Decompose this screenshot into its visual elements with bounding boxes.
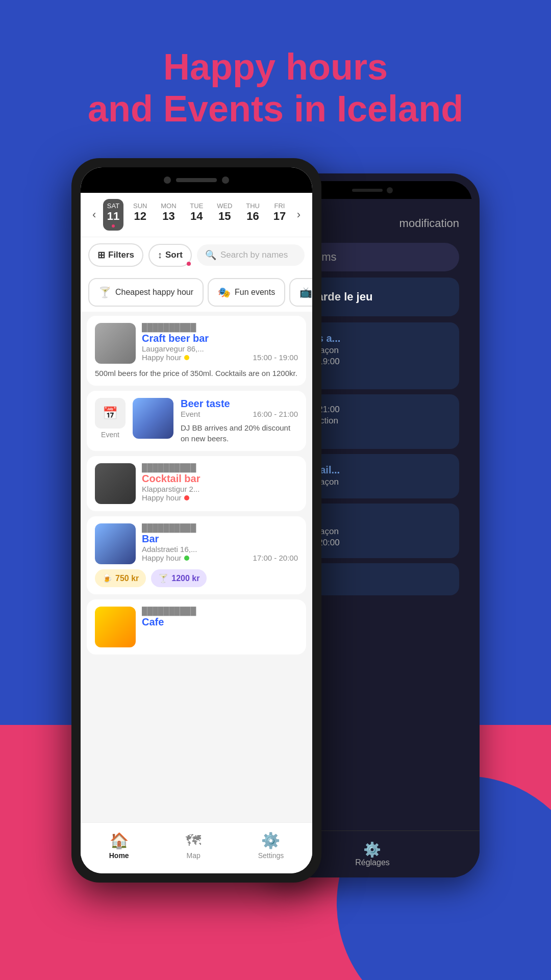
filters-label: Filters	[108, 250, 134, 260]
listing-time: 17:00 - 20:00	[253, 554, 298, 562]
nav-label-home: Home	[109, 851, 129, 860]
listing-inner: ██████████ Bar Adalstraeti 16,... Happy …	[87, 516, 306, 594]
listing-thumb	[95, 323, 136, 364]
filters-button[interactable]: ⊞ Filters	[88, 243, 143, 267]
listing-title: Cafe	[142, 616, 298, 628]
price-icon: 🍺	[102, 573, 112, 583]
date-next-arrow[interactable]: ›	[293, 206, 305, 224]
listing-blurred-name: ██████████	[142, 523, 298, 532]
type-status-dot	[184, 495, 189, 500]
event-icon-wrap: 📅	[95, 398, 126, 429]
listing-title: Bar	[142, 533, 298, 545]
listings-area: ██████████ Craft beer bar Laugarvegur 86…	[81, 312, 312, 870]
search-placeholder-text: Search by names	[220, 250, 288, 260]
listing-blurred-name: ██████████	[142, 323, 298, 332]
date-item-17[interactable]: FRI 17	[269, 199, 290, 231]
thumb-blur	[95, 607, 136, 647]
date-item-11[interactable]: SAT 11	[103, 199, 123, 231]
listing-title: Craft beer bar	[142, 333, 298, 344]
header-events: Events	[163, 88, 284, 129]
event-meta-row: Event 16:00 - 21:00	[181, 410, 298, 418]
price-value: 1200 kr	[171, 574, 199, 583]
sort-icon: ↕	[158, 250, 162, 261]
price-badge-beer: 🍺 750 kr	[95, 569, 146, 587]
listing-top: ██████████ Cafe	[95, 607, 298, 647]
listing-blurred-name: ██████████	[142, 607, 298, 615]
nav-icon-settings: ⚙️	[261, 832, 280, 849]
date-item-16[interactable]: THU 16	[242, 199, 264, 231]
type-status-dot	[184, 556, 189, 561]
listing-top: ██████████ Cocktail bar Klapparstigur 2.…	[95, 463, 298, 504]
listing-address: Laugarvegur 86,...	[142, 344, 298, 353]
listing-time: 15:00 - 19:00	[253, 353, 298, 362]
event-type: Event	[181, 410, 200, 418]
listing-type: Happy hour	[142, 554, 189, 562]
chip-icon-2: 📺	[299, 286, 312, 298]
date-item-13[interactable]: MON 13	[157, 199, 180, 231]
nav-item-map[interactable]: 🗺 Map	[186, 832, 201, 860]
date-item-12[interactable]: SUN 12	[129, 199, 151, 231]
camera-dot-2	[222, 177, 229, 184]
chip-label-0: Cheapest happy hour	[115, 288, 193, 297]
listing-type-row: Happy hour 17:00 - 20:00	[142, 554, 298, 562]
chip-label-1: Fun events	[235, 288, 275, 297]
nav-label-map: Map	[187, 851, 201, 860]
listing-type: Happy hour	[142, 353, 189, 362]
date-item-15[interactable]: WED 15	[213, 199, 236, 231]
nav-item-home[interactable]: 🏠 Home	[109, 832, 129, 860]
listing-card-2[interactable]: ██████████ Cocktail bar Klapparstigur 2.…	[87, 456, 306, 511]
bottom-nav: 🏠 Home 🗺 Map ⚙️ Settings	[81, 822, 312, 873]
chip-icon-0: 🍸	[98, 286, 111, 298]
category-chip-0[interactable]: 🍸 Cheapest happy hour	[88, 278, 204, 307]
price-value: 750 kr	[115, 574, 139, 583]
listing-info: ██████████ Cocktail bar Klapparstigur 2.…	[142, 463, 298, 502]
categories-row: 🍸 Cheapest happy hour 🎭 Fun events 📺 Wat…	[81, 273, 312, 312]
event-card-1[interactable]: 📅 Event Beer taste Event 16:00 - 21:00 D…	[87, 391, 306, 451]
listing-inner: ██████████ Cocktail bar Klapparstigur 2.…	[87, 456, 306, 511]
listing-type: Happy hour	[142, 493, 189, 502]
listing-type-row: Happy hour 15:00 - 19:00	[142, 353, 298, 362]
date-prev-arrow[interactable]: ‹	[88, 206, 100, 224]
camera-dot-1	[164, 177, 171, 184]
listing-info: ██████████ Cafe	[142, 607, 298, 628]
listing-title: Cocktail bar	[142, 473, 298, 485]
header: Happy hours and Events in Iceland	[0, 0, 551, 150]
listing-card-3[interactable]: ██████████ Bar Adalstraeti 16,... Happy …	[87, 516, 306, 594]
date-dot	[112, 224, 115, 228]
sort-label: Sort	[165, 250, 183, 260]
date-item-14[interactable]: TUE 14	[186, 199, 207, 231]
listing-inner: ██████████ Craft beer bar Laugarvegur 86…	[87, 316, 306, 386]
price-badge-cocktail: 🍸 1200 kr	[151, 569, 207, 587]
listing-thumb	[95, 523, 136, 564]
chip-icon-1: 🎭	[218, 286, 231, 298]
filter-bar: ⊞ Filters ↕ Sort 🔍 Search by names	[81, 237, 312, 273]
nav-item-settings[interactable]: ⚙️ Settings	[258, 832, 284, 860]
date-selector: ‹ SAT 11 SUN 12 MON 13 TUE 14 WED 15 THU…	[81, 193, 312, 237]
back-nav-settings[interactable]: ⚙️ Réglages	[355, 841, 390, 867]
listing-type-row: Happy hour	[142, 493, 298, 502]
listing-card-0[interactable]: ██████████ Craft beer bar Laugarvegur 86…	[87, 316, 306, 386]
listing-card-4[interactable]: ██████████ Cafe	[87, 599, 306, 655]
header-and: and	[88, 88, 163, 129]
listing-address: Klapparstigur 2...	[142, 485, 298, 493]
category-chip-2[interactable]: 📺 Watch the game	[289, 278, 312, 307]
sort-button[interactable]: ↕ Sort	[148, 244, 192, 267]
search-icon: 🔍	[205, 249, 216, 261]
category-chip-1[interactable]: 🎭 Fun events	[208, 278, 285, 307]
header-line1: Happy hours	[0, 46, 551, 88]
listing-info: ██████████ Bar Adalstraeti 16,... Happy …	[142, 523, 298, 562]
event-title: Beer taste	[181, 398, 298, 410]
listing-thumb	[95, 463, 136, 504]
search-bar[interactable]: 🔍 Search by names	[197, 244, 305, 266]
event-thumb	[133, 398, 173, 439]
listing-address: Adalstraeti 16,...	[142, 545, 298, 554]
thumb-blur	[95, 463, 136, 504]
listing-info: ██████████ Craft beer bar Laugarvegur 86…	[142, 323, 298, 362]
listing-inner: ██████████ Cafe	[87, 599, 306, 655]
date-items: SAT 11 SUN 12 MON 13 TUE 14 WED 15 THU 1…	[100, 199, 292, 231]
nav-icon-map: 🗺	[186, 832, 201, 849]
nav-label-settings: Settings	[258, 851, 284, 860]
price-badges: 🍺 750 kr 🍸 1200 kr	[95, 569, 298, 587]
phone-front: ‹ SAT 11 SUN 12 MON 13 TUE 14 WED 15 THU…	[71, 158, 321, 883]
listing-top: ██████████ Bar Adalstraeti 16,... Happy …	[95, 523, 298, 564]
